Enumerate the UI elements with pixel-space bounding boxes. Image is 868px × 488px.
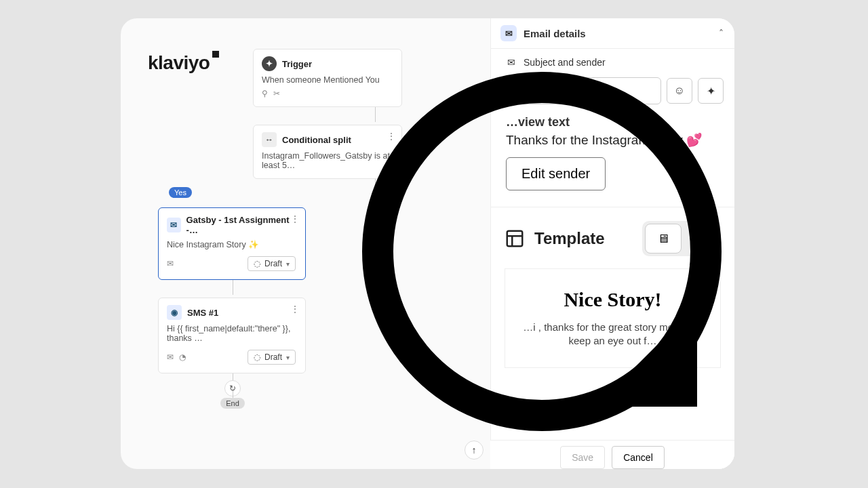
app-frame: klaviyo ✦ Trigger When someone Mentioned… — [121, 18, 734, 469]
template-label: Template — [534, 229, 605, 248]
panel-title: Email details — [524, 28, 586, 39]
profile-filter-icon: ✂ — [273, 89, 280, 98]
subject-section-row: ✉ Subject and sender — [491, 49, 734, 73]
preview-text-value: Thanks for the Instagram Story 💕 — [491, 131, 734, 157]
emoji-button[interactable]: ☺ — [667, 78, 692, 104]
sms-node-body: Hi {{ first_name|default:"there" }}, tha… — [167, 324, 296, 343]
preview-icon: ✉ — [167, 352, 174, 362]
node-menu-icon[interactable]: ⋮ — [290, 214, 300, 224]
trigger-node[interactable]: ✦ Trigger When someone Mentioned You ⚲ ✂ — [253, 49, 402, 107]
mobile-icon: 📱 — [692, 231, 707, 246]
cancel-button[interactable]: Cancel — [612, 446, 665, 469]
chevron-down-icon: ▾ — [286, 260, 290, 268]
sms-icon: ◉ — [167, 305, 182, 320]
template-preview[interactable]: Nice Story! …i , thanks for the great st… — [505, 268, 721, 368]
email-node-title: Gatsby - 1st Assignment -… — [186, 215, 296, 235]
envelope-icon: ✉ — [506, 57, 517, 68]
preview-icon: ✉ — [167, 259, 174, 268]
status-label: Draft — [264, 259, 282, 268]
end-pill: End — [220, 398, 245, 409]
panel-footer: Save Cancel — [490, 440, 734, 469]
subject-section-label: Subject and sender — [524, 57, 606, 68]
scroll-top-button[interactable]: ↑ — [465, 441, 484, 460]
template-preview-title: Nice Story! — [513, 288, 712, 311]
split-title: Conditional split — [282, 135, 351, 145]
trigger-title: Trigger — [282, 59, 312, 69]
arrow-up-icon: ↑ — [472, 445, 477, 455]
node-menu-icon[interactable]: ⋮ — [387, 131, 396, 142]
email-details-panel: ✉ Email details ˄ ✉ Subject and sender ☺… — [490, 18, 734, 469]
panel-header[interactable]: ✉ Email details ˄ — [491, 18, 734, 49]
template-icon — [505, 228, 525, 249]
smile-icon: ☺ — [674, 85, 685, 97]
email-badge-icon: ✉ — [500, 25, 517, 41]
edit-sender-button[interactable]: Edit sender — [506, 157, 606, 190]
clock-icon: ◔ — [179, 352, 186, 362]
trigger-desc: When someone Mentioned You — [262, 75, 392, 85]
sms-node[interactable]: ⋮ ◉ SMS #1 Hi {{ first_name|default:"the… — [158, 298, 306, 373]
split-icon: ↔ — [262, 132, 277, 147]
svg-rect-0 — [507, 231, 523, 247]
mobile-toggle[interactable]: 📱 — [682, 224, 718, 253]
node-menu-icon[interactable]: ⋮ — [290, 304, 300, 314]
email-node[interactable]: ⋮ ✉ Gatsby - 1st Assignment -… Nice Inst… — [158, 207, 306, 280]
filter-icon: ⚲ — [262, 89, 268, 98]
flow-canvas: ✦ Trigger When someone Mentioned You ⚲ ✂… — [253, 49, 497, 409]
bolt-icon: ✦ — [262, 56, 277, 71]
conditional-split-node[interactable]: ⋮ ↔ Conditional split Instagram_Follower… — [253, 125, 402, 179]
status-dropdown[interactable]: ◌ Draft ▾ — [248, 350, 296, 365]
email-node-subject: Nice Instagram Story ✨ — [167, 239, 296, 249]
brand-logo: klaviyo — [148, 52, 210, 74]
ai-button[interactable]: ✦ — [698, 78, 724, 104]
status-dropdown[interactable]: ◌ Draft ▾ — [248, 256, 296, 271]
subject-input[interactable] — [506, 77, 661, 104]
branch-yes-pill: Yes — [169, 187, 192, 198]
template-preview-body: …i , thanks for the great story me… …d k… — [513, 321, 712, 348]
split-desc: Instagram_Followers_Gatsby is at least 5… — [262, 151, 392, 170]
desktop-icon: 🖥 — [657, 232, 669, 246]
sparkle-icon: ✦ — [707, 85, 715, 98]
chevron-up-icon[interactable]: ˄ — [719, 28, 724, 39]
dot-icon: ◌ — [254, 259, 260, 268]
dot-icon: ◌ — [254, 352, 260, 362]
save-button[interactable]: Save — [560, 446, 605, 469]
status-label: Draft — [264, 352, 282, 362]
chevron-down-icon: ▾ — [286, 354, 290, 361]
email-icon: ✉ — [167, 218, 181, 232]
desktop-toggle[interactable]: 🖥 — [645, 224, 682, 253]
preview-text-label: …view text — [491, 107, 734, 131]
sms-node-title: SMS #1 — [187, 308, 218, 318]
device-toggle: 🖥 📱 — [642, 221, 721, 256]
